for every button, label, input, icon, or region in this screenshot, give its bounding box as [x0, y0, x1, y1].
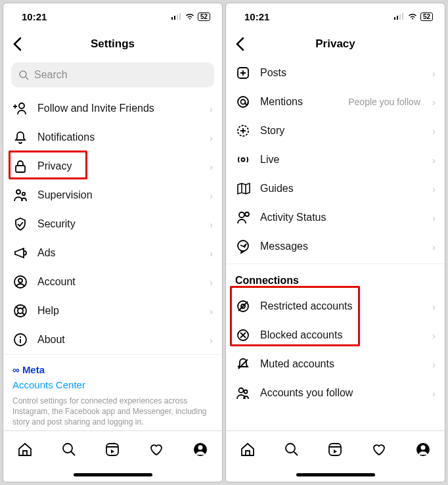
- row-label: Privacy: [37, 160, 200, 172]
- chevron-right-icon: ›: [210, 277, 213, 288]
- svg-point-36: [238, 97, 248, 107]
- home-indicator[interactable]: [3, 467, 222, 482]
- home-indicator[interactable]: [226, 467, 445, 482]
- row-label: Blocked accounts: [260, 329, 423, 341]
- row-story[interactable]: Story ›: [226, 116, 445, 145]
- row-about[interactable]: About ›: [3, 325, 222, 354]
- meta-description: Control settings for connected experienc…: [12, 396, 213, 428]
- muted-icon: [235, 357, 251, 371]
- svg-point-13: [18, 279, 22, 283]
- row-messages[interactable]: Messages ›: [226, 232, 445, 261]
- tab-profile[interactable]: [414, 440, 432, 459]
- row-mentions[interactable]: Mentions People you follow ›: [226, 87, 445, 116]
- back-button[interactable]: [233, 34, 247, 54]
- chevron-right-icon: ›: [432, 212, 436, 223]
- svg-point-4: [20, 71, 26, 78]
- chevron-right-icon: ›: [432, 330, 436, 341]
- svg-point-42: [239, 212, 244, 218]
- meta-logo: ∞ Meta: [12, 364, 213, 375]
- svg-line-24: [71, 451, 75, 455]
- svg-rect-56: [329, 444, 341, 455]
- tab-bar: [226, 430, 445, 467]
- chevron-right-icon: ›: [210, 306, 213, 317]
- row-activity-status[interactable]: Activity Status ›: [226, 203, 445, 232]
- row-detail: People you follow: [348, 97, 420, 107]
- row-label: Restricted accounts: [260, 300, 423, 312]
- svg-rect-2: [177, 14, 178, 20]
- tab-activity[interactable]: [147, 440, 166, 459]
- row-follow-invite[interactable]: Follow and Invite Friends ›: [3, 94, 222, 123]
- battery-level: 52: [198, 12, 210, 21]
- chevron-right-icon: ›: [432, 183, 436, 195]
- row-help[interactable]: Help ›: [3, 296, 222, 325]
- status-bar: 10:21 52: [226, 3, 445, 30]
- bell-icon: [12, 130, 28, 145]
- row-guides[interactable]: Guides ›: [226, 174, 445, 203]
- back-button[interactable]: [10, 34, 24, 54]
- chevron-right-icon: ›: [432, 154, 436, 166]
- meta-section: ∞ Meta Accounts Center Control settings …: [3, 354, 222, 430]
- status-bar: 10:21 52: [3, 3, 222, 30]
- svg-line-55: [294, 451, 298, 455]
- privacy-screen: 10:21 52 Privacy Posts › Mentions People…: [225, 3, 445, 482]
- svg-rect-32: [402, 13, 403, 20]
- accounts-center-link[interactable]: Accounts Center: [12, 379, 213, 390]
- row-notifications[interactable]: Notifications ›: [3, 123, 222, 152]
- restricted-icon: [235, 299, 251, 313]
- search-input[interactable]: Search: [11, 62, 214, 87]
- chevron-right-icon: ›: [210, 219, 213, 230]
- row-label: Live: [260, 154, 423, 166]
- status-indicators: 52: [394, 12, 433, 21]
- svg-point-10: [16, 190, 20, 194]
- svg-point-52: [239, 388, 244, 393]
- tab-activity[interactable]: [370, 440, 388, 459]
- row-supervision[interactable]: Supervision ›: [3, 181, 222, 210]
- row-muted[interactable]: Muted accounts ›: [226, 350, 445, 379]
- search-icon: [19, 70, 29, 80]
- row-security[interactable]: Security ›: [3, 210, 222, 239]
- chevron-left-icon: [12, 37, 22, 51]
- chevron-right-icon: ›: [432, 388, 436, 399]
- svg-point-23: [63, 444, 72, 453]
- row-live[interactable]: Live ›: [226, 145, 445, 174]
- row-label: Security: [37, 218, 200, 230]
- tab-profile[interactable]: [191, 440, 210, 459]
- posts-icon: [235, 66, 251, 80]
- signal-icon: [394, 13, 405, 20]
- chevron-right-icon: ›: [432, 97, 436, 108]
- messages-icon: [235, 239, 251, 254]
- tab-search[interactable]: [282, 440, 301, 459]
- row-label: Follow and Invite Friends: [37, 103, 200, 114]
- row-accounts-follow[interactable]: Accounts you follow ›: [226, 379, 445, 407]
- row-posts[interactable]: Posts ›: [226, 58, 445, 87]
- row-label: About: [37, 334, 200, 346]
- settings-screen: 10:21 52 Settings Search Follow and Invi…: [3, 3, 223, 482]
- tab-reels[interactable]: [326, 440, 344, 459]
- mention-icon: [235, 95, 251, 109]
- page-title: Settings: [91, 37, 135, 51]
- tab-bar: [3, 430, 222, 467]
- row-account[interactable]: Account ›: [3, 267, 222, 296]
- row-label: Story: [260, 125, 423, 137]
- chevron-right-icon: ›: [432, 301, 436, 312]
- svg-rect-31: [399, 14, 401, 20]
- tab-search[interactable]: [60, 440, 78, 459]
- row-ads[interactable]: Ads ›: [3, 239, 222, 267]
- supervision-icon: [12, 188, 28, 202]
- svg-rect-1: [174, 16, 175, 20]
- add-user-icon: [12, 101, 28, 116]
- chevron-right-icon: ›: [210, 161, 213, 172]
- row-privacy[interactable]: Privacy ›: [3, 152, 222, 181]
- row-blocked[interactable]: Blocked accounts ›: [226, 321, 445, 350]
- tab-reels[interactable]: [103, 440, 122, 459]
- tab-home[interactable]: [238, 440, 257, 459]
- row-restricted[interactable]: Restricted accounts ›: [226, 292, 445, 321]
- svg-point-43: [245, 212, 249, 216]
- info-icon: [12, 333, 28, 347]
- row-label: Accounts you follow: [260, 387, 423, 399]
- status-indicators: 52: [171, 12, 210, 21]
- chevron-right-icon: ›: [210, 132, 213, 143]
- tab-home[interactable]: [16, 440, 34, 459]
- svg-point-11: [22, 193, 25, 195]
- guides-icon: [235, 181, 251, 196]
